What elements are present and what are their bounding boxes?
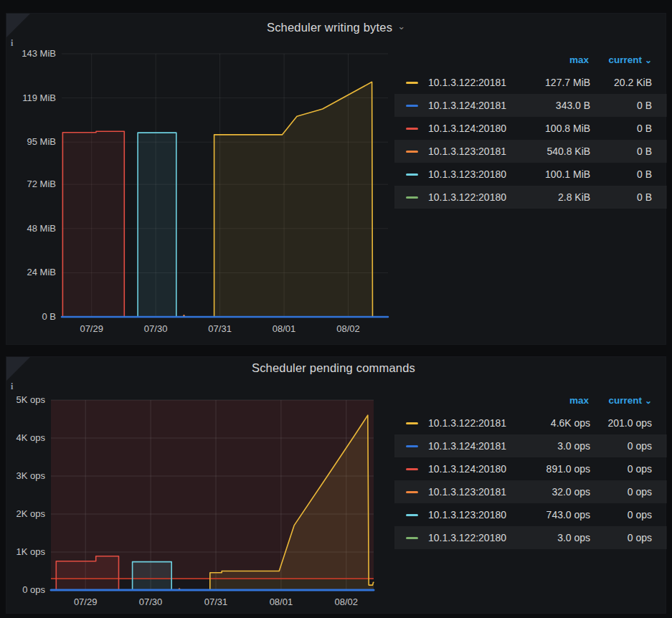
legend-header-row: maxcurrent⌄ [394, 48, 667, 71]
legend-sort-current[interactable]: current⌄ [589, 395, 652, 406]
series-name[interactable]: 10.1.3.122:20180 [428, 191, 506, 203]
legend-row[interactable]: 10.1.3.124:201813.0 ops0 ops [394, 434, 667, 457]
x-axis-tick-label: 07/30 [131, 323, 181, 335]
series-name[interactable]: 10.1.3.124:20181 [428, 100, 506, 111]
series-name[interactable]: 10.1.3.124:20180 [428, 463, 506, 475]
series-name[interactable]: 10.1.3.123:20181 [428, 486, 506, 498]
series-current-value: 0 B [590, 191, 652, 203]
series-current-value: 0 ops [590, 509, 652, 520]
series-name[interactable]: 10.1.3.123:20180 [428, 509, 506, 520]
x-axis-tick-label: 08/02 [323, 323, 374, 335]
series-current-value: 0 B [590, 123, 652, 134]
series-color-swatch [406, 491, 418, 493]
series-max-value: 891.0 ops [506, 463, 590, 475]
series-current-value: 0 ops [590, 532, 652, 543]
legend-row[interactable]: 10.1.3.122:201802.8 KiB0 B [394, 186, 667, 209]
series-name[interactable]: 10.1.3.124:20181 [428, 440, 506, 452]
series-max-value: 2.8 KiB [506, 191, 590, 203]
series-current-value: 0 ops [590, 440, 652, 452]
legend-row[interactable]: 10.1.3.123:20180743.0 ops0 ops [394, 503, 667, 526]
series-color-swatch [406, 82, 418, 84]
dashboard: i Scheduler writing bytes ⌄ 0 B24 MiB48 … [0, 0, 672, 618]
panel-scheduler-pending-commands: i Scheduler pending commands 0 ops1K ops… [6, 356, 666, 614]
legend-sort-current[interactable]: current⌄ [589, 54, 652, 65]
legend-row[interactable]: 10.1.3.124:20180100.8 MiB0 B [394, 117, 667, 140]
series-current-value: 0 B [590, 168, 652, 180]
y-axis-tick-label: 5K ops [6, 394, 45, 406]
series-color-swatch [406, 128, 418, 130]
series-current-value: 20.2 KiB [590, 77, 652, 88]
legend-row[interactable]: 10.1.3.123:20181540.8 KiB0 B [394, 140, 667, 163]
series-max-value: 127.7 MiB [506, 77, 590, 88]
series-current-value: 201.0 ops [590, 417, 652, 429]
series-max-value: 3.0 ops [506, 532, 590, 543]
y-axis-tick-label: 72 MiB [6, 179, 56, 190]
x-axis-tick-label: 08/01 [259, 323, 309, 335]
series-color-swatch [406, 173, 418, 176]
sort-chevron-down-icon: ⌄ [645, 396, 652, 406]
x-axis-tick-label: 08/01 [256, 596, 306, 608]
series-name[interactable]: 10.1.3.124:20180 [428, 123, 506, 134]
series-color-swatch [406, 196, 418, 199]
series-color-swatch [406, 514, 418, 516]
sort-chevron-down-icon: ⌄ [645, 55, 652, 65]
legend-row[interactable]: 10.1.3.123:2018132.0 ops0 ops [394, 480, 667, 503]
series-current-value: 0 ops [590, 486, 652, 498]
y-axis-tick-label: 143 MiB [6, 48, 56, 60]
plot-canvas[interactable] [62, 54, 388, 317]
series-color-swatch [406, 537, 418, 539]
series-current-value: 0 ops [590, 463, 652, 475]
series-current-value: 0 B [590, 100, 652, 111]
series-color-swatch [406, 468, 418, 470]
legend-row[interactable]: 10.1.3.124:20181343.0 B0 B [394, 94, 667, 117]
series-name[interactable]: 10.1.3.122:20180 [428, 532, 506, 543]
y-axis-tick-label: 0 ops [6, 584, 45, 596]
x-axis-tick-label: 07/29 [67, 323, 117, 335]
series-max-value: 4.6K ops [506, 417, 590, 429]
series-name[interactable]: 10.1.3.123:20180 [428, 168, 506, 180]
legend-header-row: maxcurrent⌄ [394, 389, 667, 412]
series-name[interactable]: 10.1.3.122:20181 [428, 77, 506, 88]
legend-row[interactable]: 10.1.3.123:20180100.1 MiB0 B [394, 163, 667, 186]
plot-canvas[interactable] [51, 400, 374, 590]
series-name[interactable]: 10.1.3.123:20181 [428, 146, 506, 157]
y-axis-tick-label: 24 MiB [6, 267, 56, 278]
series-color-swatch [406, 422, 418, 424]
series-color-swatch [406, 105, 418, 107]
series-name[interactable]: 10.1.3.122:20181 [428, 417, 506, 429]
y-axis-tick-label: 0 B [6, 311, 56, 323]
y-axis-tick-label: 48 MiB [6, 223, 56, 234]
legend-sort-max[interactable]: max [503, 395, 589, 406]
x-axis-tick-label: 07/29 [60, 596, 110, 608]
legend-sort-max[interactable]: max [503, 54, 589, 65]
legend-row[interactable]: 10.1.3.122:201803.0 ops0 ops [394, 526, 667, 549]
series-max-value: 32.0 ops [506, 486, 590, 498]
x-axis-tick-label: 07/31 [195, 323, 245, 335]
x-axis-tick-label: 07/30 [126, 596, 176, 608]
series-max-value: 743.0 ops [506, 509, 590, 520]
series-current-value: 0 B [590, 146, 652, 157]
y-axis-tick-label: 2K ops [6, 508, 45, 520]
y-axis-tick-label: 95 MiB [6, 136, 56, 148]
panel-scheduler-writing-bytes: i Scheduler writing bytes ⌄ 0 B24 MiB48 … [6, 13, 666, 345]
legend-row[interactable]: 10.1.3.124:20180891.0 ops0 ops [394, 457, 667, 480]
legend-row[interactable]: 10.1.3.122:20181127.7 MiB20.2 KiB [394, 71, 667, 94]
y-axis-tick-label: 1K ops [6, 546, 45, 558]
series-color-swatch [406, 151, 418, 153]
series-max-value: 100.8 MiB [506, 123, 590, 134]
series-color-swatch [406, 445, 418, 447]
y-axis-tick-label: 4K ops [6, 432, 45, 444]
series-max-value: 540.8 KiB [506, 146, 590, 157]
series-max-value: 100.1 MiB [506, 168, 590, 180]
x-axis-tick-label: 08/02 [321, 596, 372, 608]
y-axis-tick-label: 119 MiB [6, 92, 56, 104]
y-axis-tick-label: 3K ops [6, 470, 45, 482]
series-max-value: 3.0 ops [506, 440, 590, 452]
series-max-value: 343.0 B [506, 100, 590, 111]
legend-row[interactable]: 10.1.3.122:201814.6K ops201.0 ops [394, 412, 667, 434]
x-axis-tick-label: 07/31 [191, 596, 241, 608]
